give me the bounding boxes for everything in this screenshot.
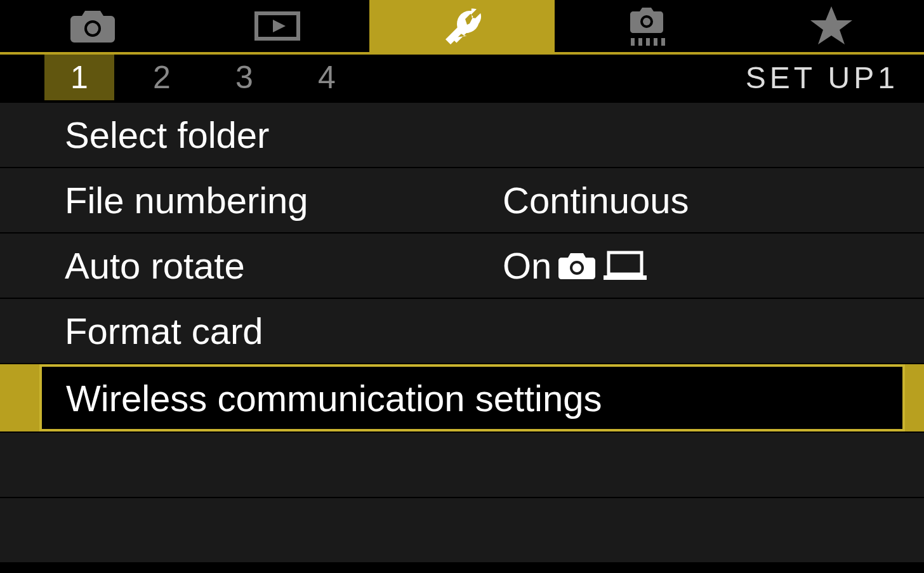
svg-marker-11: [810, 6, 852, 44]
tab-setup[interactable]: [369, 0, 554, 52]
subtab-page-1[interactable]: 1: [44, 55, 114, 100]
menu-item-wireless-communication[interactable]: Wireless communication settings: [0, 363, 924, 431]
menu-item-file-numbering[interactable]: File numbering Continuous: [0, 167, 924, 232]
laptop-icon: [602, 250, 648, 282]
tab-custom-functions[interactable]: [555, 0, 739, 52]
playback-icon: [253, 10, 302, 43]
menu-item-empty: [0, 431, 924, 497]
subtab-page-3[interactable]: 3: [209, 55, 279, 100]
camera-small-icon: [557, 251, 597, 280]
menu-item-label: File numbering: [65, 179, 503, 221]
section-title: SET UP1: [746, 60, 905, 95]
svg-rect-8: [646, 38, 650, 46]
subtab-page-2[interactable]: 2: [127, 55, 197, 100]
menu-item-label: Select folder: [65, 114, 503, 156]
wrench-icon: [442, 6, 482, 46]
svg-point-13: [572, 263, 581, 272]
svg-rect-10: [661, 38, 665, 46]
menu-item-value: On: [503, 244, 924, 287]
tab-playback[interactable]: [185, 0, 369, 52]
menu-item-label: Format card: [65, 310, 503, 352]
subtab-page-4[interactable]: 4: [292, 55, 362, 100]
svg-point-1: [87, 23, 98, 34]
menu-item-empty: [0, 497, 924, 562]
svg-rect-6: [631, 38, 635, 46]
menu-item-label: Wireless communication settings: [66, 377, 602, 419]
camera-icon: [68, 8, 117, 44]
star-icon: [809, 5, 854, 47]
svg-rect-9: [654, 38, 657, 46]
menu-item-value: Continuous: [503, 179, 924, 221]
svg-marker-3: [273, 20, 286, 32]
tab-my-menu[interactable]: [739, 0, 924, 52]
menu-item-auto-rotate[interactable]: Auto rotate On: [0, 232, 924, 298]
menu-item-label: Auto rotate: [65, 244, 503, 287]
menu-item-select-folder[interactable]: Select folder: [0, 102, 924, 167]
menu-item-value-text: On: [503, 244, 551, 287]
svg-rect-7: [638, 38, 642, 46]
svg-rect-15: [604, 275, 647, 280]
menu-item-format-card[interactable]: Format card: [0, 298, 924, 363]
tab-shoot[interactable]: [0, 0, 185, 52]
menu-list: Select folder File numbering Continuous …: [0, 102, 924, 562]
svg-point-5: [643, 18, 650, 25]
custom-functions-icon: [622, 5, 671, 47]
svg-rect-14: [609, 253, 642, 274]
top-tab-bar: [0, 0, 924, 55]
subtab-bar: 1 2 3 4 SET UP1: [0, 55, 924, 100]
